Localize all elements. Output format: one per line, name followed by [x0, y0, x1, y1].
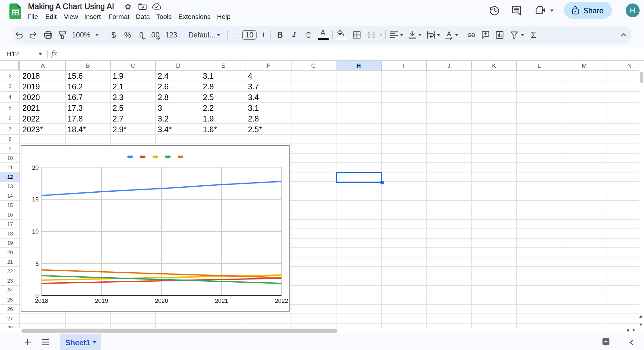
svg-text:2019: 2019	[95, 297, 108, 304]
svg-text:2021: 2021	[215, 297, 228, 304]
svg-text:20: 20	[32, 164, 39, 171]
svg-text:15: 15	[32, 196, 39, 203]
svg-text:2022: 2022	[275, 297, 288, 304]
svg-text:10: 10	[32, 228, 39, 235]
svg-text:2018: 2018	[35, 297, 48, 304]
svg-text:2020: 2020	[155, 297, 168, 304]
svg-text:5: 5	[35, 260, 39, 267]
